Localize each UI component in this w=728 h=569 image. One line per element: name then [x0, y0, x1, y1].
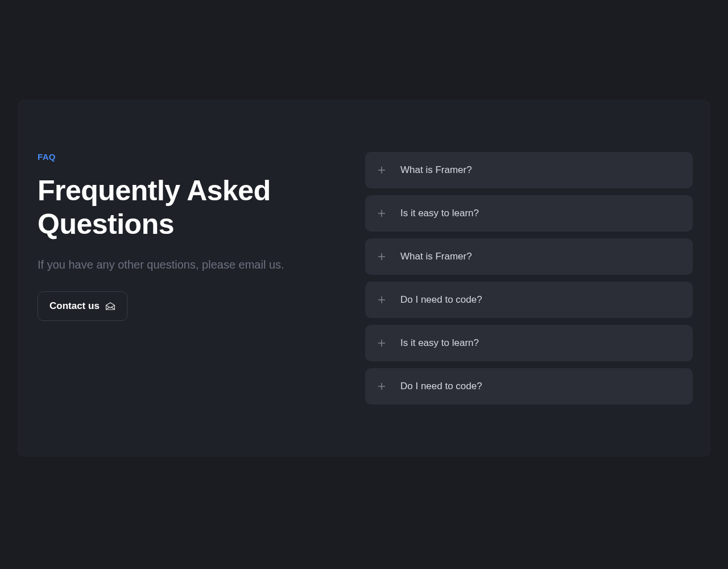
contact-us-button[interactable]: Contact us: [38, 291, 127, 321]
faq-item[interactable]: Do I need to code?: [365, 282, 693, 318]
plus-icon: [377, 381, 387, 391]
faq-item[interactable]: Do I need to code?: [365, 368, 693, 405]
plus-icon: [377, 165, 387, 175]
faq-question: Is it easy to learn?: [400, 208, 479, 219]
page-subtitle: If you have any other questions, please …: [38, 256, 342, 273]
plus-icon: [377, 295, 387, 305]
mail-icon: [105, 302, 115, 311]
contact-us-label: Contact us: [49, 300, 100, 312]
page-title: Frequently Asked Questions: [38, 174, 342, 241]
faq-item[interactable]: What is Framer?: [365, 238, 693, 275]
faq-item[interactable]: Is it easy to learn?: [365, 325, 693, 361]
faq-question: Is it easy to learn?: [400, 337, 479, 349]
plus-icon: [377, 208, 387, 218]
faq-item[interactable]: What is Framer?: [365, 152, 693, 188]
faq-question: Do I need to code?: [400, 381, 482, 392]
faq-container: FAQ Frequently Asked Questions If you ha…: [17, 100, 711, 457]
plus-icon: [377, 251, 387, 262]
faq-question: What is Framer?: [400, 251, 472, 262]
faq-question: What is Framer?: [400, 164, 472, 176]
faq-list: What is Framer? Is it easy to learn? Wha…: [365, 152, 693, 405]
plus-icon: [377, 338, 387, 348]
faq-question: Do I need to code?: [400, 294, 482, 306]
section-badge: FAQ: [38, 152, 342, 162]
faq-item[interactable]: Is it easy to learn?: [365, 195, 693, 232]
faq-intro-column: FAQ Frequently Asked Questions If you ha…: [35, 152, 342, 405]
